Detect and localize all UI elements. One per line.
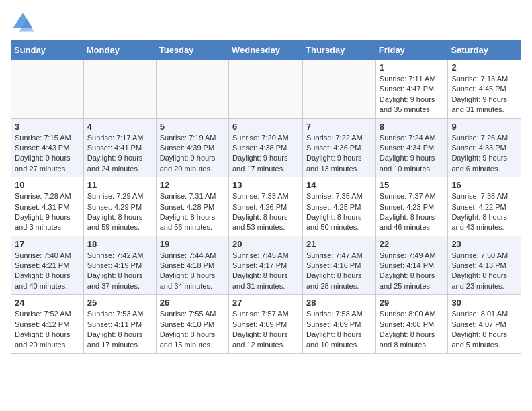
day-number: 22	[380, 239, 445, 249]
table-row: 1Sunrise: 7:11 AMSunset: 4:47 PMDaylight…	[375, 60, 448, 119]
table-row: 20Sunrise: 7:45 AMSunset: 4:17 PMDayligh…	[228, 236, 302, 295]
day-number: 1	[380, 62, 445, 73]
table-row: 23Sunrise: 7:50 AMSunset: 4:13 PMDayligh…	[448, 236, 521, 295]
table-row: 5Sunrise: 7:19 AMSunset: 4:39 PMDaylight…	[156, 118, 228, 177]
calendar-week-row: 10Sunrise: 7:28 AMSunset: 4:31 PMDayligh…	[11, 177, 521, 236]
table-row: 25Sunrise: 7:53 AMSunset: 4:11 PMDayligh…	[83, 295, 156, 354]
day-info: Sunrise: 7:38 AMSunset: 4:22 PMDaylight:…	[451, 191, 517, 233]
day-number: 23	[451, 239, 517, 249]
day-number: 11	[87, 180, 152, 190]
table-row: 11Sunrise: 7:29 AMSunset: 4:29 PMDayligh…	[83, 177, 156, 236]
day-info: Sunrise: 7:35 AMSunset: 4:25 PMDaylight:…	[306, 191, 372, 233]
table-row: 26Sunrise: 7:55 AMSunset: 4:10 PMDayligh…	[156, 295, 228, 354]
day-number: 6	[232, 122, 299, 132]
header-saturday: Saturday	[448, 41, 521, 60]
day-number: 14	[306, 180, 372, 190]
day-info: Sunrise: 7:28 AMSunset: 4:31 PMDaylight:…	[15, 191, 80, 233]
day-info: Sunrise: 7:42 AMSunset: 4:19 PMDaylight:…	[87, 250, 152, 292]
table-row	[156, 60, 228, 119]
day-info: Sunrise: 7:31 AMSunset: 4:28 PMDaylight:…	[160, 191, 225, 233]
header-tuesday: Tuesday	[156, 41, 228, 60]
day-info: Sunrise: 7:20 AMSunset: 4:38 PMDaylight:…	[232, 133, 299, 175]
day-info: Sunrise: 7:29 AMSunset: 4:29 PMDaylight:…	[87, 191, 152, 233]
day-info: Sunrise: 7:15 AMSunset: 4:43 PMDaylight:…	[15, 133, 80, 175]
day-info: Sunrise: 7:19 AMSunset: 4:39 PMDaylight:…	[160, 133, 225, 175]
table-row: 21Sunrise: 7:47 AMSunset: 4:16 PMDayligh…	[303, 236, 376, 295]
day-number: 5	[160, 122, 225, 132]
day-info: Sunrise: 7:47 AMSunset: 4:16 PMDaylight:…	[306, 250, 372, 292]
table-row: 17Sunrise: 7:40 AMSunset: 4:21 PMDayligh…	[11, 236, 84, 295]
day-info: Sunrise: 7:24 AMSunset: 4:34 PMDaylight:…	[380, 133, 445, 175]
calendar-table: SundayMondayTuesdayWednesdayThursdayFrid…	[11, 40, 521, 354]
calendar-header-row: SundayMondayTuesdayWednesdayThursdayFrid…	[11, 41, 521, 60]
day-number: 4	[87, 122, 152, 132]
table-row: 15Sunrise: 7:37 AMSunset: 4:23 PMDayligh…	[375, 177, 448, 236]
calendar-week-row: 17Sunrise: 7:40 AMSunset: 4:21 PMDayligh…	[11, 236, 521, 295]
day-info: Sunrise: 8:00 AMSunset: 4:08 PMDaylight:…	[380, 309, 445, 351]
day-info: Sunrise: 7:37 AMSunset: 4:23 PMDaylight:…	[380, 191, 445, 233]
day-info: Sunrise: 7:22 AMSunset: 4:36 PMDaylight:…	[306, 133, 372, 175]
day-number: 19	[160, 239, 225, 249]
logo-icon	[11, 11, 35, 35]
day-number: 21	[306, 239, 372, 249]
table-row: 8Sunrise: 7:24 AMSunset: 4:34 PMDaylight…	[375, 118, 448, 177]
day-number: 10	[15, 180, 80, 190]
day-number: 30	[451, 298, 517, 308]
day-number: 25	[87, 298, 152, 308]
table-row: 9Sunrise: 7:26 AMSunset: 4:33 PMDaylight…	[448, 118, 521, 177]
table-row	[303, 60, 376, 119]
day-number: 15	[380, 180, 445, 190]
day-info: Sunrise: 7:55 AMSunset: 4:10 PMDaylight:…	[160, 309, 225, 351]
calendar-week-row: 3Sunrise: 7:15 AMSunset: 4:43 PMDaylight…	[11, 118, 521, 177]
table-row: 16Sunrise: 7:38 AMSunset: 4:22 PMDayligh…	[448, 177, 521, 236]
table-row: 7Sunrise: 7:22 AMSunset: 4:36 PMDaylight…	[303, 118, 376, 177]
day-info: Sunrise: 7:44 AMSunset: 4:18 PMDaylight:…	[160, 250, 225, 292]
logo	[11, 11, 38, 35]
table-row: 6Sunrise: 7:20 AMSunset: 4:38 PMDaylight…	[228, 118, 302, 177]
day-info: Sunrise: 7:26 AMSunset: 4:33 PMDaylight:…	[451, 133, 517, 175]
header-monday: Monday	[83, 41, 156, 60]
day-info: Sunrise: 7:33 AMSunset: 4:26 PMDaylight:…	[232, 191, 299, 233]
day-number: 2	[451, 62, 517, 73]
day-number: 13	[232, 180, 299, 190]
table-row: 14Sunrise: 7:35 AMSunset: 4:25 PMDayligh…	[303, 177, 376, 236]
day-number: 17	[15, 239, 80, 249]
day-number: 29	[380, 298, 445, 308]
day-info: Sunrise: 7:11 AMSunset: 4:47 PMDaylight:…	[380, 74, 445, 116]
day-number: 16	[451, 180, 517, 190]
table-row	[228, 60, 302, 119]
day-number: 9	[451, 122, 517, 132]
table-row: 12Sunrise: 7:31 AMSunset: 4:28 PMDayligh…	[156, 177, 228, 236]
calendar-week-row: 1Sunrise: 7:11 AMSunset: 4:47 PMDaylight…	[11, 60, 521, 119]
table-row: 27Sunrise: 7:57 AMSunset: 4:09 PMDayligh…	[228, 295, 302, 354]
day-number: 8	[380, 122, 445, 132]
day-number: 20	[232, 239, 299, 249]
day-info: Sunrise: 7:49 AMSunset: 4:14 PMDaylight:…	[380, 250, 445, 292]
day-number: 18	[87, 239, 152, 249]
header-wednesday: Wednesday	[228, 41, 302, 60]
table-row: 24Sunrise: 7:52 AMSunset: 4:12 PMDayligh…	[11, 295, 84, 354]
day-info: Sunrise: 7:58 AMSunset: 4:09 PMDaylight:…	[306, 309, 372, 351]
day-info: Sunrise: 7:57 AMSunset: 4:09 PMDaylight:…	[232, 309, 299, 351]
table-row	[11, 60, 84, 119]
table-row: 4Sunrise: 7:17 AMSunset: 4:41 PMDaylight…	[83, 118, 156, 177]
header-sunday: Sunday	[11, 41, 84, 60]
day-info: Sunrise: 7:40 AMSunset: 4:21 PMDaylight:…	[15, 250, 80, 292]
day-number: 12	[160, 180, 225, 190]
table-row: 29Sunrise: 8:00 AMSunset: 4:08 PMDayligh…	[375, 295, 448, 354]
table-row: 30Sunrise: 8:01 AMSunset: 4:07 PMDayligh…	[448, 295, 521, 354]
day-info: Sunrise: 8:01 AMSunset: 4:07 PMDaylight:…	[451, 309, 517, 351]
header-thursday: Thursday	[303, 41, 376, 60]
day-number: 27	[232, 298, 299, 308]
table-row: 3Sunrise: 7:15 AMSunset: 4:43 PMDaylight…	[11, 118, 84, 177]
day-info: Sunrise: 7:45 AMSunset: 4:17 PMDaylight:…	[232, 250, 299, 292]
day-info: Sunrise: 7:50 AMSunset: 4:13 PMDaylight:…	[451, 250, 517, 292]
day-number: 26	[160, 298, 225, 308]
day-info: Sunrise: 7:53 AMSunset: 4:11 PMDaylight:…	[87, 309, 152, 351]
day-number: 28	[306, 298, 372, 308]
table-row: 22Sunrise: 7:49 AMSunset: 4:14 PMDayligh…	[375, 236, 448, 295]
calendar-week-row: 24Sunrise: 7:52 AMSunset: 4:12 PMDayligh…	[11, 295, 521, 354]
table-row: 2Sunrise: 7:13 AMSunset: 4:45 PMDaylight…	[448, 60, 521, 119]
table-row: 19Sunrise: 7:44 AMSunset: 4:18 PMDayligh…	[156, 236, 228, 295]
day-number: 3	[15, 122, 80, 132]
